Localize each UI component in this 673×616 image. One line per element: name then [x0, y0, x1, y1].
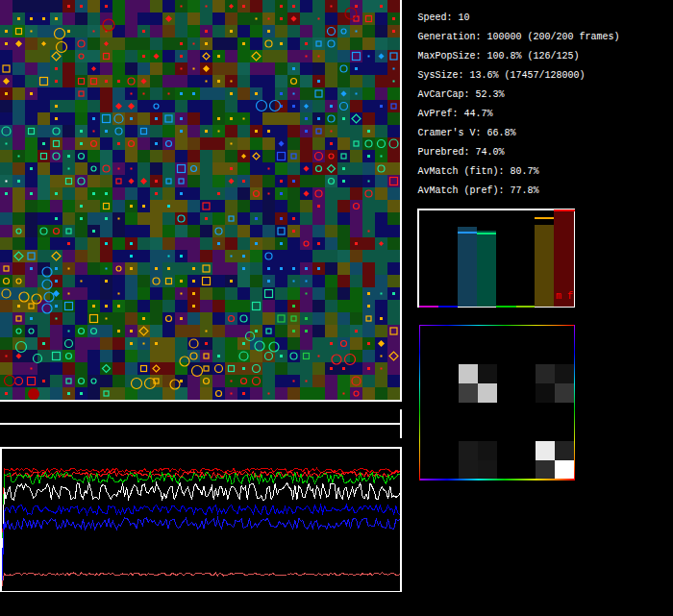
- svg-text:Generation: 100000 (200/200 fr: Generation: 100000 (200/200 frames): [418, 32, 620, 42]
- svg-text:SysSize: 13.6% (17457/128000): SysSize: 13.6% (17457/128000): [418, 70, 586, 81]
- svg-text:AvPref: 44.7%: AvPref: 44.7%: [418, 109, 493, 119]
- svg-text:Speed: 10: Speed: 10: [418, 12, 470, 23]
- svg-text:AvMatch (fitn): 80.7%: AvMatch (fitn): 80.7%: [418, 166, 539, 177]
- svg-text:Cramer's V: 66.8%: Cramer's V: 66.8%: [418, 128, 516, 138]
- svg-text:MaxPopSize: 100.8% (126/125): MaxPopSize: 100.8% (126/125): [418, 51, 580, 62]
- svg-text:Purebred: 74.0%: Purebred: 74.0%: [418, 147, 505, 158]
- svg-text:AvCarCap: 52.3%: AvCarCap: 52.3%: [418, 89, 505, 100]
- svg-text:AvMatch (pref): 77.8%: AvMatch (pref): 77.8%: [418, 185, 539, 196]
- svg-text:m f: m f: [556, 291, 573, 302]
